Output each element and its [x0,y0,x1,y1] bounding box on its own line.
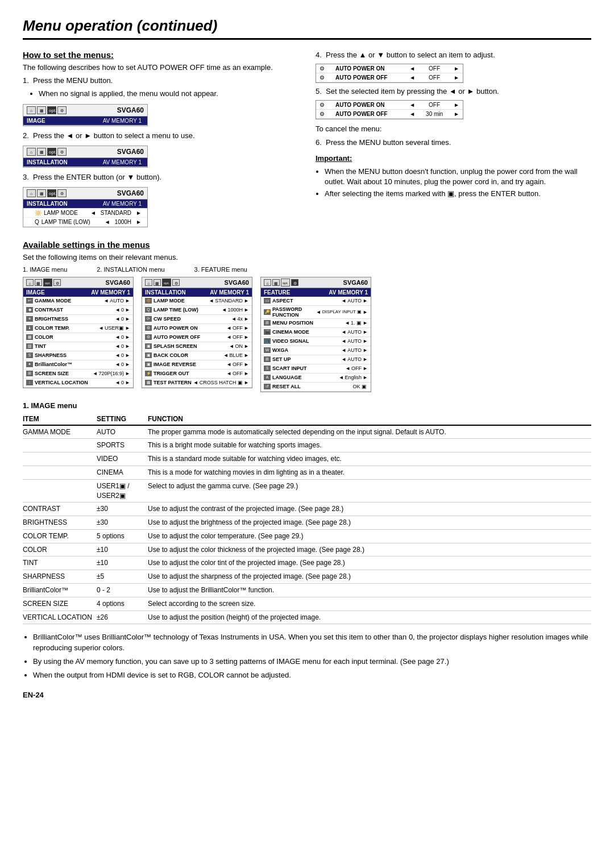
table-cell-setting: ±26 [97,610,148,624]
inst-menu-avmem: AV MEMORY 1 [210,289,249,296]
inst-row-triggerout: ⚡ TRIGGER OUT ◄ OFF ► [142,369,252,379]
contrast-icon: ◆ [26,307,33,313]
feat-row-menupos: ⊞ MENU POSITION ◄ 1. ▣ ► [261,319,371,328]
table-cell-setting: USER1▣ / USER2▣ [97,479,148,502]
lamptime-icon: Q [35,219,39,225]
image-menu-table-heading: 1. IMAGE menu [23,401,591,410]
feat-password-icon: 🔑 [264,309,271,315]
table-row: BRIGHTNESS±30Use to adjust the brightnes… [23,516,591,530]
table-cell-item: COLOR TEMP. [23,529,97,543]
table-cell-item: CONTRAST [23,502,97,516]
table-row: SCREEN SIZE4 optionsSelect according to … [23,597,591,610]
tint-icon: ▨ [26,343,33,349]
feat-menu-cat: FEATURE [264,289,290,296]
table-row: CINEMAThis is a mode for watching movies… [23,466,591,479]
inst-row-autopoweroff: ⚙ AUTO POWER OFF ◄ OFF ► [142,333,252,342]
table-cell-function: Use to adjust the sharpness of the proje… [148,570,591,584]
right-column: 4. Press the ▲ or ▼ button to select an … [316,50,591,232]
table-cell-function: Select to adjust the gamma curve. (See p… [148,479,591,502]
table-cell-function: This is a standard mode suitable for wat… [148,452,591,466]
panel1-label: IMAGE [27,118,101,124]
feat-menu-icons: ⌂ ▦ opt. ⚙ [264,279,298,286]
img-row-colortemp: 🌡 COLOR TEMP. ◄ USER▣ ► [23,324,133,333]
inst-backcolor-icon: ▣ [145,352,152,358]
model-name-1: SVGA60 [117,106,144,114]
color-icon: ▦ [26,334,33,340]
menu-icons-2: ⌂ ▦ opt. ⚙ [27,148,67,156]
step1: 1. Press the MENU button. [23,76,298,86]
feature-menu-block: ⌂ ▦ opt. ⚙ SVGA60 FEATURE AV MEMORY 1 ▭ … [260,277,371,392]
feat-row-setup: ⊞ SET UP ◄ AUTO ► [261,355,371,364]
image-menu-block: ⌂ ▦ opt. ⚙ SVGA60 IMAGE AV MEMORY 1 ↩ GA… [23,277,134,392]
table-row: CONTRAST±30Use to adjust the contrast of… [23,502,591,516]
settings-table: ITEM SETTING FUNCTION GAMMA MODEAUTOThe … [23,413,591,625]
table-cell-item [23,466,97,479]
menu-icons-3: ⌂ ▦ opt. ⚙ [27,189,67,197]
image-menu-header: ⌂ ▦ opt. ⚙ SVGA60 [23,277,133,288]
step2: 2. Press the ◄ or ► button to select a m… [23,131,298,141]
panel3-subrow1: 🔆 LAMP MODE ◄ STANDARD ► [23,209,147,218]
step1-bullet1: When no signal is applied, the menu woul… [39,89,298,99]
table-row: VIDEOThis is a standard mode suitable fo… [23,452,591,466]
col-header-function: FUNCTION [148,413,591,425]
img-row-vertloc: ↕ VERTICAL LOCATION ◄ 0 ► [23,379,133,388]
feat-language-icon: A [264,375,271,380]
img-row-screensize: ⊞ SCREEN SIZE ◄ 720P(16:9) ► [23,369,133,379]
panel1-value: AV MEMORY 1 [103,118,142,124]
inst-autopoweroff-icon: ⚙ [145,334,152,340]
table-cell-setting: 0 - 2 [97,584,148,597]
icon-gear-3: ⚙ [57,189,67,197]
table-row: TINT±10Use to adjust the color tint of t… [23,556,591,570]
lamp-icon: 🔆 [35,210,42,216]
inst-cwspeed-icon: ⟳ [145,316,152,322]
img-row-tint: ▨ TINT ◄ 0 ► [23,342,133,351]
feat-aspect-icon: ▭ [264,298,271,304]
table-row: BrilliantColor™0 - 2Use to adjust the Br… [23,584,591,597]
step3: 3. Press the ENTER button (or ▼ button). [23,172,298,182]
table-cell-item: VERTICAL LOCATION [23,610,97,624]
feat-icon-opt: opt. [281,279,290,286]
menu-panel-3: ⌂ ▦ opt. ⚙ SVGA60 INSTALLATION AV MEMORY… [23,187,148,227]
bottom-notes: BrilliantColor™ uses BrilliantColor™ tec… [23,632,591,680]
brightness-icon: ☀ [26,316,33,322]
feat-videosignal-icon: 📺 [264,338,271,344]
inst-row-cwspeed: ⟳ CW SPEED ◄ 4x ► [142,315,252,324]
feat-setup-icon: ⊞ [264,356,271,362]
available-settings-intro: Set the following items on their relevan… [23,252,591,263]
step1-num: 1. [23,76,29,85]
inst-menu-model: SVGA60 [225,279,249,286]
inst-icon-home: ⌂ [145,279,152,286]
icon-image-3: ▦ [37,189,46,197]
screensize-icon: ⊞ [26,371,33,376]
feat-row-videosignal: 📺 VIDEO SIGNAL ◄ AUTO ► [261,337,371,346]
img-icon-gear: ⚙ [53,279,61,286]
vertloc-icon: ↕ [26,380,33,385]
how-to-set-heading: How to set the menus: [23,50,298,60]
table-row: COLOR±10Use to adjust the color thicknes… [23,543,591,556]
table-row: SPORTSThis is a bright mode suitable for… [23,439,591,452]
table-cell-setting: ±5 [97,570,148,584]
model-name-3: SVGA60 [117,189,144,197]
left-column: How to set the menus: The following desc… [23,50,298,232]
inst-imagerev-icon: ▣ [145,362,152,367]
feat-menu-avmem: AV MEMORY 1 [329,289,368,296]
feat-icon-img: ▦ [272,279,280,286]
installation-menu-panel: ⌂ ▦ opt. ⚙ SVGA60 INSTALLATION AV MEMORY… [142,277,252,388]
menu-panel-1-row1: IMAGE AV MEMORY 1 [23,117,147,126]
mprow-step5-2: ⚙ AUTO POWER OFF ◄ 30 min ► [316,110,463,119]
step4: 4. Press the ▲ or ▼ button to select an … [316,50,591,60]
table-cell-function: Use to adjust the color tint of the proj… [148,556,591,570]
image-menu-cat: IMAGE [26,289,45,296]
feat-wxga-icon: W [264,347,271,353]
table-cell-function: Use to adjust the color temperature. (Se… [148,529,591,543]
table-cell-item [23,439,97,452]
table-cell-function: Use to adjust the contrast of the projec… [148,502,591,516]
inst-icon-img: ▦ [154,279,161,286]
feat-row-wxga: W WXGA ◄ AUTO ► [261,346,371,355]
feat-menu-subheader: FEATURE AV MEMORY 1 [261,288,371,297]
img-row-brightness: ☀ BRIGHTNESS ◄ 0 ► [23,315,133,324]
table-cell-item [23,452,97,466]
gamma-icon: ↩ [26,298,33,304]
menu-panel-1: ⌂ ▦ opt. ⚙ SVGA60 IMAGE AV MEMORY 1 [23,104,148,126]
inst-icon-opt: opt. [162,279,171,286]
